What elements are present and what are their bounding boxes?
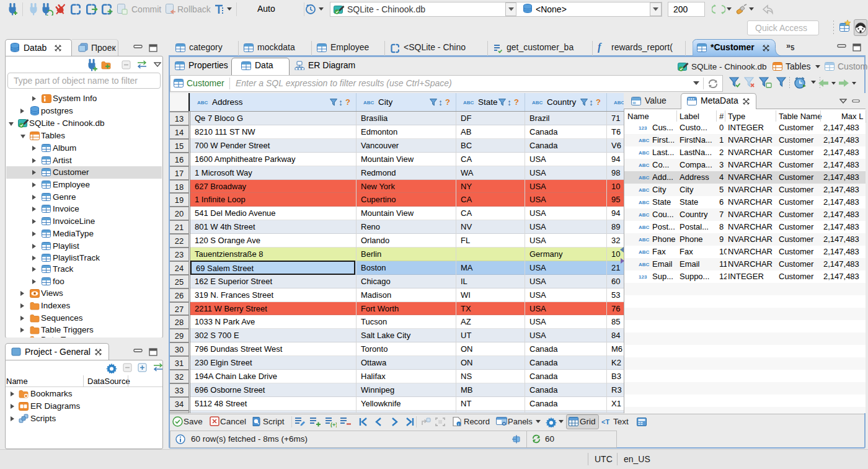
svg-text:<T: <T [601, 418, 609, 426]
svg-text:(+): (+) [330, 422, 337, 427]
